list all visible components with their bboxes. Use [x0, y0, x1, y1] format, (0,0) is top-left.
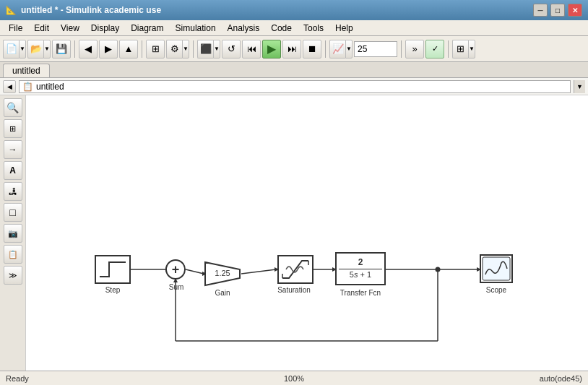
status-zoom: 100% — [198, 374, 390, 383]
sat-label: Saturation — [269, 286, 319, 294]
menu-file[interactable]: File — [3, 22, 28, 35]
run-button[interactable]: ▶ — [262, 40, 281, 59]
open-dropdown[interactable]: ▼ — [43, 40, 51, 59]
tf-block[interactable]: 2 5s + 1 — [335, 252, 386, 285]
scope-block[interactable] — [480, 254, 513, 283]
fit-view-button[interactable]: ⊞ — [4, 119, 22, 138]
check-indicator: ✓ — [425, 40, 444, 59]
new-button[interactable]: 📄 — [3, 40, 19, 59]
breadcrumb-back[interactable]: ◀ — [3, 80, 16, 93]
new-dropdown[interactable]: ▼ — [19, 40, 26, 59]
menu-display[interactable]: Display — [85, 22, 125, 35]
breadcrumb-path: 📋 untitled — [19, 80, 571, 93]
menu-edit[interactable]: Edit — [28, 22, 55, 35]
saturation-block[interactable] — [277, 255, 314, 284]
diagnostics-dropdown[interactable]: ▼ — [468, 40, 475, 59]
scope-dropdown[interactable]: ▼ — [345, 40, 353, 59]
breadcrumb-text: untitled — [36, 82, 64, 92]
titlebar: 📐 untitled * - Simulink academic use ─ □… — [0, 0, 588, 20]
model-settings-dropdown[interactable]: ▼ — [182, 40, 189, 59]
back-button[interactable]: ◀ — [79, 40, 98, 59]
library-button[interactable]: ⊞ — [146, 40, 165, 59]
menu-tools[interactable]: Tools — [298, 22, 329, 35]
debug-button[interactable]: ⬛ — [197, 40, 213, 59]
sep3 — [193, 40, 194, 58]
gain-label: Gain — [204, 289, 241, 297]
step-label: Step — [92, 286, 133, 294]
sum-block[interactable]: + — [165, 259, 186, 280]
titlebar-title: untitled * - Simulink academic use — [21, 5, 529, 15]
arrow-tool[interactable]: → — [4, 140, 22, 159]
sum-label: Sum — [160, 283, 193, 291]
screenshot-btn[interactable]: 📷 — [4, 224, 22, 243]
main-layout: 🔍 ⊞ → A 🏞 □ 📷 📋 ≫ — [0, 95, 588, 371]
statusbar: Ready 100% auto(ode45) — [0, 371, 588, 385]
scope-label: Scope — [478, 286, 514, 294]
diagnostics-button[interactable]: ⊞ — [452, 40, 468, 59]
zoom-in-button[interactable]: 🔍 — [4, 98, 22, 117]
step-block[interactable] — [95, 255, 131, 284]
toolbar-overflow[interactable]: » — [405, 40, 424, 59]
svg-line-2 — [186, 269, 204, 274]
stop-fast-button[interactable]: ⏮ — [242, 40, 261, 59]
sep5 — [401, 40, 402, 58]
sim-time-input[interactable] — [354, 41, 397, 57]
menu-code[interactable]: Code — [265, 22, 298, 35]
step-forward-button[interactable]: ⏭ — [282, 40, 301, 59]
scope-button[interactable]: 📈 — [329, 40, 345, 59]
new-button-group: 📄 ▼ — [3, 40, 26, 59]
tab-untitled[interactable]: untitled — [3, 64, 50, 77]
menu-analysis[interactable]: Analysis — [222, 22, 266, 35]
svg-point-15 — [436, 267, 441, 272]
menu-diagram[interactable]: Diagram — [125, 22, 169, 35]
sep1 — [74, 40, 75, 58]
svg-rect-20 — [483, 257, 510, 280]
rect-tool[interactable]: □ — [4, 203, 22, 222]
sep4 — [325, 40, 326, 58]
status-solver: auto(ode45) — [390, 374, 582, 383]
titlebar-icon: 📐 — [6, 5, 17, 15]
menu-help[interactable]: Help — [329, 22, 359, 35]
up-button[interactable]: ▲ — [119, 40, 138, 59]
breadcrumb-bar: ◀ 📋 untitled ▼ — [0, 78, 588, 95]
toolbar: 📄 ▼ 📂 ▼ 💾 ◀ ▶ ▲ ⊞ ⚙ ▼ ⬛ ▼ ↺ ⏮ ▶ ⏭ ⏹ 📈 ▼ … — [0, 36, 588, 62]
breadcrumb-icon: 📋 — [22, 82, 33, 92]
debug-dropdown[interactable]: ▼ — [213, 40, 220, 59]
menu-simulation[interactable]: Simulation — [170, 22, 222, 35]
svg-text:1.25: 1.25 — [215, 269, 230, 277]
gain-block[interactable]: 1.25 — [204, 261, 241, 289]
menu-view[interactable]: View — [55, 22, 85, 35]
clipboard-btn[interactable]: 📋 — [4, 245, 22, 264]
svg-line-4 — [241, 269, 276, 274]
more-tools[interactable]: ≫ — [4, 266, 22, 285]
open-button[interactable]: 📂 — [27, 40, 43, 59]
close-button[interactable]: ✕ — [568, 4, 582, 17]
stop-button[interactable]: ⏹ — [303, 40, 321, 59]
maximize-button[interactable]: □ — [550, 4, 565, 17]
open-button-group: 📂 ▼ — [27, 40, 51, 59]
titlebar-buttons: ─ □ ✕ — [533, 4, 582, 17]
status-ready: Ready — [6, 374, 198, 383]
menubar: File Edit View Display Diagram Simulatio… — [0, 20, 588, 36]
model-settings-button[interactable]: ⚙ — [166, 40, 182, 59]
canvas: Step + Sum 1.25 Gain Saturation — [26, 95, 588, 371]
forward-button[interactable]: ▶ — [99, 40, 118, 59]
sep2 — [142, 40, 142, 58]
tf-label: Transfer Fcn — [329, 289, 392, 297]
sep6 — [448, 40, 449, 58]
canvas-svg — [26, 95, 588, 371]
save-button[interactable]: 💾 — [52, 40, 71, 59]
minimize-button[interactable]: ─ — [533, 4, 548, 17]
left-toolbar: 🔍 ⊞ → A 🏞 □ 📷 📋 ≫ — [0, 95, 26, 371]
text-tool[interactable]: A — [4, 161, 22, 180]
update-button[interactable]: ↺ — [222, 40, 241, 59]
breadcrumb-dropdown[interactable]: ▼ — [574, 80, 585, 93]
tabbar: untitled — [0, 62, 588, 78]
image-tool[interactable]: 🏞 — [4, 182, 22, 201]
